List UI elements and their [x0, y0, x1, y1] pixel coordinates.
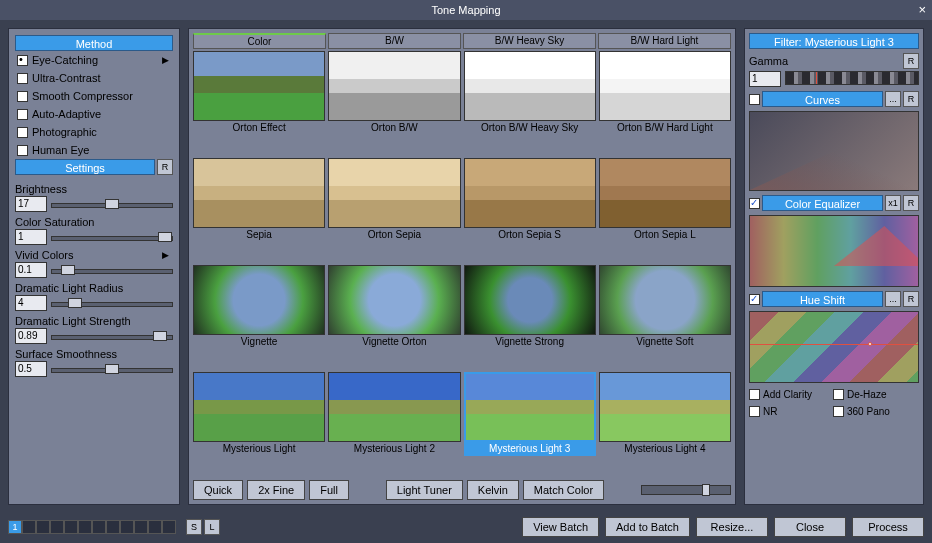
quality-button-1[interactable]: 2x Fine [247, 480, 305, 500]
slider-thumb[interactable] [105, 364, 119, 374]
tool-button-0[interactable]: Light Tuner [386, 480, 463, 500]
preset-4[interactable]: Sepia [193, 158, 325, 262]
coloreq-panel[interactable] [749, 215, 919, 287]
method-item-0[interactable]: Eye-Catching▶ [15, 51, 173, 69]
tool-button-2[interactable]: Match Color [523, 480, 604, 500]
slider-thumb[interactable] [153, 331, 167, 341]
gamma-value[interactable]: 1 [749, 71, 781, 87]
pager-cell-9[interactable] [134, 520, 148, 534]
pager-cell-2[interactable] [36, 520, 50, 534]
hueshift-more-button[interactable]: ... [885, 291, 901, 307]
tool-button-1[interactable]: Kelvin [467, 480, 519, 500]
view-size-S[interactable]: S [186, 519, 202, 535]
method-item-4[interactable]: Photographic [15, 123, 173, 141]
method-radio[interactable] [17, 91, 28, 102]
coloreq-x1-button[interactable]: x1 [885, 195, 901, 211]
slider-track-0[interactable] [51, 197, 173, 211]
curves-panel[interactable] [749, 111, 919, 191]
method-radio[interactable] [17, 127, 28, 138]
curves-reset-button[interactable]: R [903, 91, 919, 107]
preset-6[interactable]: Orton Sepia S [464, 158, 596, 262]
preset-tab-2[interactable]: B/W Heavy Sky [463, 33, 596, 49]
option-0[interactable]: Add Clarity [749, 389, 827, 400]
option-3[interactable]: 360 Pano [833, 406, 911, 417]
slider-track-1[interactable] [51, 230, 173, 244]
method-item-5[interactable]: Human Eye [15, 141, 173, 159]
settings-reset-button[interactable]: R [157, 159, 173, 175]
footer-button-resize[interactable]: Resize... [696, 517, 768, 537]
pager-cell-11[interactable] [162, 520, 176, 534]
preset-9[interactable]: Vignette Orton [328, 265, 460, 369]
pager-cell-6[interactable] [92, 520, 106, 534]
pager-cell-4[interactable] [64, 520, 78, 534]
preset-7[interactable]: Orton Sepia L [599, 158, 731, 262]
method-item-3[interactable]: Auto-Adaptive [15, 105, 173, 123]
method-item-2[interactable]: Smooth Compressor [15, 87, 173, 105]
slider-thumb[interactable] [68, 298, 82, 308]
pager-cell-1[interactable] [22, 520, 36, 534]
curves-more-button[interactable]: ... [885, 91, 901, 107]
pager-cell-3[interactable] [50, 520, 64, 534]
option-2[interactable]: NR [749, 406, 827, 417]
slider-track-2[interactable] [51, 263, 173, 277]
hueshift-reset-button[interactable]: R [903, 291, 919, 307]
quality-button-2[interactable]: Full [309, 480, 349, 500]
preset-14[interactable]: Mysterious Light 3 [464, 372, 596, 476]
chevron-right-icon[interactable]: ▶ [162, 250, 169, 260]
option-1[interactable]: De-Haze [833, 389, 911, 400]
method-radio[interactable] [17, 73, 28, 84]
preset-10[interactable]: Vignette Strong [464, 265, 596, 369]
preset-1[interactable]: Orton B/W [328, 51, 460, 155]
slider-value-1[interactable]: 1 [15, 229, 47, 245]
option-checkbox[interactable] [749, 389, 760, 400]
preset-2[interactable]: Orton B/W Heavy Sky [464, 51, 596, 155]
slider-thumb[interactable] [61, 265, 75, 275]
preset-0[interactable]: Orton Effect [193, 51, 325, 155]
pager-cell-0[interactable]: 1 [8, 520, 22, 534]
preset-13[interactable]: Mysterious Light 2 [328, 372, 460, 476]
slider-thumb[interactable] [105, 199, 119, 209]
preset-tab-1[interactable]: B/W [328, 33, 461, 49]
option-checkbox[interactable] [833, 406, 844, 417]
gamma-reset-button[interactable]: R [903, 53, 919, 69]
option-checkbox[interactable] [749, 406, 760, 417]
pager-cell-7[interactable] [106, 520, 120, 534]
preset-3[interactable]: Orton B/W Hard Light [599, 51, 731, 155]
quality-button-0[interactable]: Quick [193, 480, 243, 500]
slider-thumb[interactable] [158, 232, 172, 242]
preset-12[interactable]: Mysterious Light [193, 372, 325, 476]
slider-value-2[interactable]: 0.1 [15, 262, 47, 278]
preset-8[interactable]: Vignette [193, 265, 325, 369]
footer-button-addtobatch[interactable]: Add to Batch [605, 517, 690, 537]
view-size-L[interactable]: L [204, 519, 220, 535]
hueshift-panel[interactable] [749, 311, 919, 383]
curves-checkbox[interactable] [749, 94, 760, 105]
footer-button-process[interactable]: Process [852, 517, 924, 537]
pager-cell-8[interactable] [120, 520, 134, 534]
slider-track-4[interactable] [51, 329, 173, 343]
gamma-slider[interactable] [785, 71, 919, 85]
pager-cell-10[interactable] [148, 520, 162, 534]
coloreq-reset-button[interactable]: R [903, 195, 919, 211]
slider-value-3[interactable]: 4 [15, 295, 47, 311]
close-icon[interactable]: × [918, 2, 926, 17]
preset-15[interactable]: Mysterious Light 4 [599, 372, 731, 476]
preview-slider[interactable] [641, 485, 731, 495]
slider-value-0[interactable]: 17 [15, 196, 47, 212]
method-radio[interactable] [17, 55, 28, 66]
preset-tab-0[interactable]: Color [193, 33, 326, 49]
method-radio[interactable] [17, 109, 28, 120]
slider-value-4[interactable]: 0.89 [15, 328, 47, 344]
hueshift-checkbox[interactable] [749, 294, 760, 305]
footer-button-viewbatch[interactable]: View Batch [522, 517, 599, 537]
method-item-1[interactable]: Ultra-Contrast [15, 69, 173, 87]
option-checkbox[interactable] [833, 389, 844, 400]
pager-cell-5[interactable] [78, 520, 92, 534]
preset-tab-3[interactable]: B/W Hard Light [598, 33, 731, 49]
slider-value-5[interactable]: 0.5 [15, 361, 47, 377]
slider-track-3[interactable] [51, 296, 173, 310]
slider-track-5[interactable] [51, 362, 173, 376]
method-radio[interactable] [17, 145, 28, 156]
preset-5[interactable]: Orton Sepia [328, 158, 460, 262]
footer-button-close[interactable]: Close [774, 517, 846, 537]
